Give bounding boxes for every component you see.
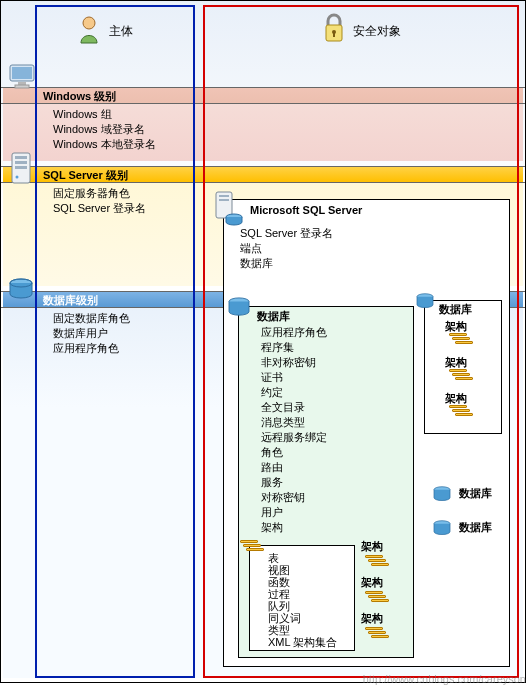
list-item: 对称密钥 xyxy=(261,490,327,505)
database-disk-icon xyxy=(432,520,452,536)
schema-label: 架构 xyxy=(445,355,467,370)
sqlserver-level-list: 固定服务器角色 SQL Server 登录名 xyxy=(53,186,146,216)
schema-side-label: 架构 xyxy=(361,611,383,626)
database-extra: 数据库 xyxy=(432,486,492,502)
database-disk-icon xyxy=(227,297,251,317)
user-icon xyxy=(77,15,105,45)
list-item: 程序集 xyxy=(261,340,327,355)
database-disk-icon xyxy=(432,486,452,502)
svg-point-0 xyxy=(83,17,95,29)
svg-rect-17 xyxy=(219,199,229,201)
schema-label: 架构 xyxy=(445,391,467,406)
list-item: 队列 xyxy=(268,600,337,612)
schema-tables-icon xyxy=(365,555,389,567)
schema-tables-icon xyxy=(365,627,389,639)
schema-box-list: 表 视图 函数 过程 队列 同义词 类型 XML 架构集合 xyxy=(268,552,337,648)
schema-tables-icon xyxy=(449,405,473,417)
schema-tables-icon xyxy=(240,540,264,552)
securables-title: 安全对象 xyxy=(353,23,401,40)
list-item: SQL Server 登录名 xyxy=(240,226,333,241)
database-box-list: 应用程序角色 程序集 非对称密钥 证书 约定 全文目录 消息类型 远程服务绑定 … xyxy=(261,325,327,535)
diagram-canvas: 主体 安全对象 Windows 级别 Windows 组 Windows 域登录… xyxy=(0,0,526,683)
database-side-box: 数据库 架构 架构 架构 xyxy=(424,300,502,434)
svg-rect-16 xyxy=(219,195,229,197)
schema-tables-icon xyxy=(365,591,389,603)
list-item: SQL Server 登录名 xyxy=(53,201,146,216)
principals-title: 主体 xyxy=(109,23,133,40)
schema-tables-icon xyxy=(449,333,473,345)
schema-side-label: 架构 xyxy=(361,539,383,554)
list-item: 固定服务器角色 xyxy=(53,186,146,201)
list-item: 全文目录 xyxy=(261,400,327,415)
database-level-list: 固定数据库角色 数据库用户 应用程序角色 xyxy=(53,311,130,356)
list-item: 同义词 xyxy=(268,612,337,624)
list-item: 路由 xyxy=(261,460,327,475)
database-disk-icon xyxy=(415,293,435,309)
list-item: Windows 组 xyxy=(53,107,156,122)
svg-rect-9 xyxy=(15,156,27,159)
svg-rect-7 xyxy=(15,85,29,88)
database-box-title: 数据库 xyxy=(257,309,290,324)
sqlserver-box-list: SQL Server 登录名 端点 数据库 xyxy=(240,226,333,271)
svg-point-12 xyxy=(16,176,19,179)
database-disk-icon xyxy=(8,278,34,300)
list-item: 应用程序角色 xyxy=(53,341,130,356)
list-item: 架构 xyxy=(261,520,327,535)
server-small-icon xyxy=(212,190,244,226)
list-item: 表 xyxy=(268,552,337,564)
list-item: Windows 本地登录名 xyxy=(53,137,156,152)
list-item: 端点 xyxy=(240,241,333,256)
list-item: Windows 域登录名 xyxy=(53,122,156,137)
schema-securable-box: 表 视图 函数 过程 队列 同义词 类型 XML 架构集合 xyxy=(249,545,355,651)
database-extra-label: 数据库 xyxy=(459,487,492,499)
svg-rect-5 xyxy=(12,67,32,79)
schema-tables-icon xyxy=(449,369,473,381)
watermark: http://www.cnblogs.com/careyson xyxy=(363,673,526,685)
list-item: XML 架构集合 xyxy=(268,636,337,648)
list-item: 函数 xyxy=(268,576,337,588)
list-item: 约定 xyxy=(261,385,327,400)
monitor-icon xyxy=(8,63,36,91)
database-side-title: 数据库 xyxy=(439,302,472,317)
windows-level-list: Windows 组 Windows 域登录名 Windows 本地登录名 xyxy=(53,107,156,152)
list-item: 数据库 xyxy=(240,256,333,271)
sqlserver-securable-box: Microsoft SQL Server SQL Server 登录名 端点 数… xyxy=(223,199,510,667)
sqlserver-level-title: SQL Server 级别 xyxy=(43,168,128,183)
schema-side-label: 架构 xyxy=(361,575,383,590)
sqlserver-box-title: Microsoft SQL Server xyxy=(250,204,362,216)
svg-rect-11 xyxy=(15,166,27,169)
list-item: 服务 xyxy=(261,475,327,490)
database-securable-box: 数据库 应用程序角色 程序集 非对称密钥 证书 约定 全文目录 消息类型 远程服… xyxy=(238,306,414,658)
list-item: 类型 xyxy=(268,624,337,636)
list-item: 过程 xyxy=(268,588,337,600)
database-extra-label: 数据库 xyxy=(459,521,492,533)
database-extra: 数据库 xyxy=(432,520,492,536)
svg-rect-3 xyxy=(333,32,335,37)
database-level-title: 数据库级别 xyxy=(43,293,98,308)
list-item: 固定数据库角色 xyxy=(53,311,130,326)
list-item: 数据库用户 xyxy=(53,326,130,341)
list-item: 应用程序角色 xyxy=(261,325,327,340)
lock-icon xyxy=(321,13,347,45)
list-item: 消息类型 xyxy=(261,415,327,430)
schema-label: 架构 xyxy=(445,319,467,334)
list-item: 角色 xyxy=(261,445,327,460)
svg-rect-10 xyxy=(15,161,27,164)
list-item: 视图 xyxy=(268,564,337,576)
server-icon xyxy=(8,151,34,187)
list-item: 证书 xyxy=(261,370,327,385)
list-item: 用户 xyxy=(261,505,327,520)
windows-level-title: Windows 级别 xyxy=(43,89,116,104)
list-item: 非对称密钥 xyxy=(261,355,327,370)
list-item: 远程服务绑定 xyxy=(261,430,327,445)
